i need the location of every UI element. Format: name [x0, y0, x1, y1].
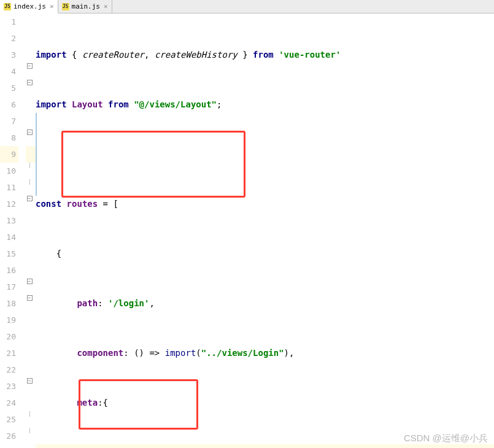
line-number: 19: [0, 312, 18, 328]
line-number: 7: [0, 113, 18, 129]
line-number: 4: [0, 63, 18, 80]
tab-main-js[interactable]: JS main.js ×: [58, 0, 112, 13]
line-number-gutter: 1 2 3 4 5 6 7 8 9 10 11 12 13 14 15 16 1…: [0, 14, 26, 448]
line-number: 13: [0, 212, 18, 229]
line-number: 15: [0, 245, 18, 262]
line-number: 22: [0, 361, 18, 378]
line-number: 2: [0, 30, 18, 47]
code-editor[interactable]: import { createRouter, createWebHistory …: [36, 14, 494, 448]
line-number: 25: [0, 411, 18, 428]
js-file-icon: JS: [4, 3, 11, 10]
line-number: 23: [0, 378, 18, 395]
tab-label: main.js: [72, 2, 100, 10]
fold-toggle-icon[interactable]: −: [27, 63, 33, 69]
line-number: 5: [0, 80, 18, 96]
close-icon[interactable]: ×: [104, 2, 108, 10]
line-number: 9: [0, 146, 18, 163]
line-number: 11: [0, 179, 18, 196]
fold-toggle-icon[interactable]: −: [27, 129, 33, 135]
fold-toggle-icon[interactable]: −: [27, 295, 33, 301]
line-number: 24: [0, 395, 18, 411]
fold-gutter: − − − − − − −: [26, 14, 36, 448]
fold-line-icon: [29, 179, 30, 185]
line-number: 14: [0, 229, 18, 245]
line-number: 20: [0, 328, 18, 345]
line-number: 26: [0, 428, 18, 444]
line-number: 6: [0, 96, 18, 113]
line-number: 10: [0, 163, 18, 179]
fold-toggle-icon[interactable]: −: [27, 80, 33, 85]
tab-label: index.js: [14, 2, 46, 10]
fold-line-icon: [29, 163, 30, 168]
fold-toggle-icon[interactable]: −: [27, 196, 33, 201]
line-number: 18: [0, 295, 18, 312]
line-number: 17: [0, 279, 18, 295]
highlight-box: [61, 131, 245, 198]
tab-index-js[interactable]: JS index.js ×: [0, 0, 58, 14]
line-number: 12: [0, 196, 18, 212]
line-number: 16: [0, 262, 18, 279]
line-number: 8: [0, 129, 18, 146]
line-number: 3: [0, 47, 18, 63]
fold-line-icon: [29, 428, 30, 433]
close-icon[interactable]: ×: [50, 2, 54, 10]
tab-bar: JS index.js × JS main.js ×: [0, 0, 494, 14]
fold-line-icon: [29, 411, 30, 417]
js-file-icon: JS: [62, 3, 69, 10]
line-number: 21: [0, 345, 18, 361]
fold-toggle-icon[interactable]: −: [27, 279, 33, 284]
fold-toggle-icon[interactable]: −: [27, 378, 33, 384]
editor: 1 2 3 4 5 6 7 8 9 10 11 12 13 14 15 16 1…: [0, 14, 494, 448]
line-number: 1: [0, 14, 18, 30]
